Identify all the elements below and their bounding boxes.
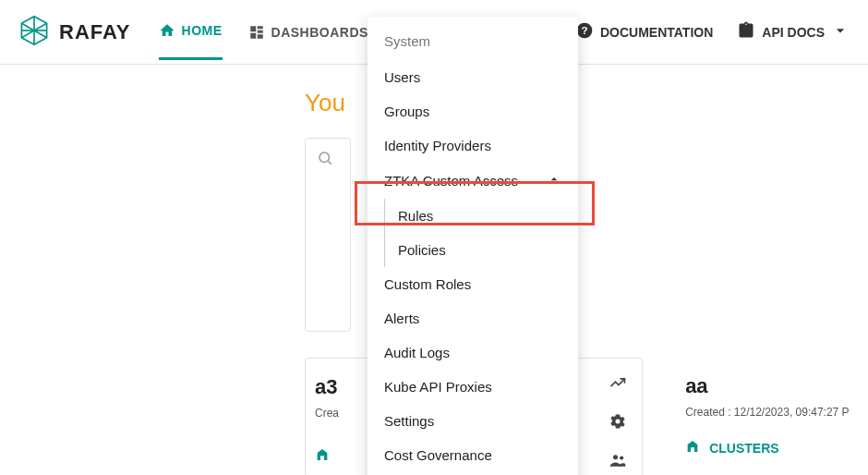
search-icon[interactable] (317, 152, 333, 170)
building-icon (315, 449, 330, 465)
svg-rect-9 (257, 34, 262, 39)
svg-line-13 (328, 161, 331, 164)
brand-name: RAFAY (59, 20, 131, 44)
building-icon (685, 439, 700, 457)
logo-area: RAFAY (18, 15, 131, 50)
dropdown-kube-api-proxies[interactable]: Kube API Proxies (368, 370, 578, 404)
svg-text:?: ? (581, 24, 587, 36)
documentation-link[interactable]: ? DOCUMENTATION (575, 21, 713, 43)
clusters-link[interactable]: CLUSTERS (685, 439, 850, 457)
svg-point-16 (620, 456, 623, 459)
card-title: aa (685, 374, 850, 398)
svg-point-12 (319, 152, 330, 163)
dropdown-alerts[interactable]: Alerts (368, 301, 578, 335)
users-icon[interactable] (609, 451, 627, 473)
card-created: Created : 12/12/2023, 09:47:27 P (685, 406, 850, 419)
api-docs-link[interactable]: API DOCS (737, 21, 850, 43)
dropdown-groups[interactable]: Groups (368, 94, 578, 128)
project-card-aa: aa Created : 12/12/2023, 09:47:27 P CLUS… (667, 358, 868, 475)
brand-logo-icon (18, 15, 50, 50)
dropdown-ztka-custom-access[interactable]: ZTKA Custom Access (368, 163, 578, 199)
dropdown-users[interactable]: Users (368, 60, 578, 94)
nav-dashboards[interactable]: DASHBOARDS (248, 5, 368, 60)
nav-dashboards-label: DASHBOARDS (271, 25, 368, 40)
caret-down-icon (831, 21, 850, 43)
dropdown-cost-governance[interactable]: Cost Governance (368, 438, 578, 472)
dropdown-settings[interactable]: Settings (368, 404, 578, 438)
card-side-icons (609, 373, 627, 473)
main-nav: HOME DASHBOARDS (159, 5, 368, 60)
home-icon (159, 22, 175, 39)
svg-rect-5 (250, 26, 256, 31)
dropdown-ztka-submenu: Rules Policies (384, 199, 578, 267)
dropdown-header: System (368, 24, 578, 60)
dashboards-icon (248, 24, 265, 41)
svg-rect-6 (257, 26, 262, 29)
topbar-right: ? DOCUMENTATION API DOCS (575, 21, 850, 43)
dropdown-audit-logs[interactable]: Audit Logs (368, 335, 578, 370)
nav-home-label: HOME (182, 23, 223, 38)
documentation-label: DOCUMENTATION (600, 25, 713, 40)
chevron-up-icon (547, 172, 561, 189)
api-docs-label: API DOCS (762, 25, 825, 40)
nav-home[interactable]: HOME (159, 5, 223, 60)
trend-icon[interactable] (609, 373, 627, 396)
svg-rect-7 (257, 30, 262, 32)
system-dropdown: System Users Groups Identity Providers Z… (368, 17, 578, 475)
svg-rect-8 (250, 32, 256, 38)
dropdown-rules[interactable]: Rules (385, 199, 578, 233)
dropdown-identity-providers[interactable]: Identity Providers (368, 128, 578, 163)
dropdown-custom-roles[interactable]: Custom Roles (368, 267, 578, 301)
gear-icon[interactable] (609, 412, 627, 434)
card-links: CLUSTERS (685, 439, 850, 457)
dropdown-policies[interactable]: Policies (385, 233, 578, 267)
svg-point-15 (613, 455, 618, 459)
search-card (305, 138, 351, 332)
clipboard-icon (737, 21, 755, 43)
